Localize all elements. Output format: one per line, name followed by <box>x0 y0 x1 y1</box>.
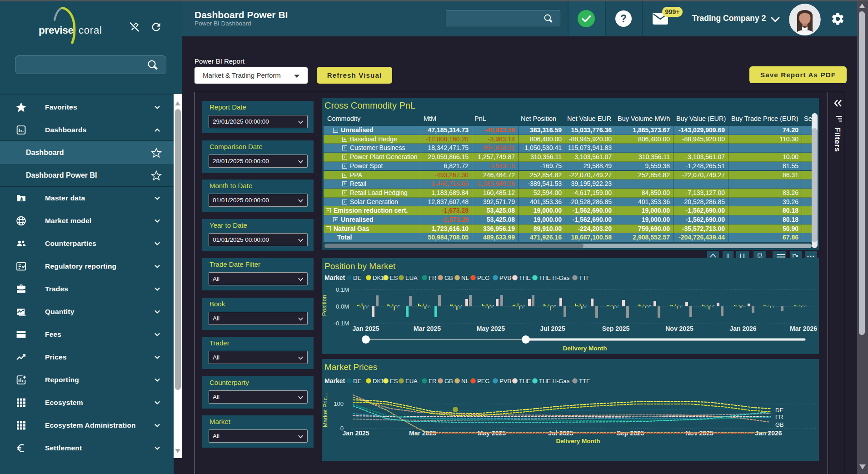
svg-text:GB: GB <box>444 274 453 281</box>
svg-text:Mar 2025: Mar 2025 <box>414 325 441 332</box>
svg-text:Market: Market <box>324 377 345 384</box>
svg-text:PEG: PEG <box>477 274 489 281</box>
svg-text:DK1: DK1 <box>373 378 384 384</box>
svg-text:NL: NL <box>461 378 469 384</box>
svg-text:DE: DE <box>353 378 361 384</box>
svg-text:TTF: TTF <box>579 274 590 281</box>
svg-text:Mar 2026: Mar 2026 <box>790 325 817 332</box>
svg-text:Delivery Month: Delivery Month <box>556 438 600 444</box>
svg-text:DE: DE <box>353 274 361 281</box>
svg-text:EUA: EUA <box>405 378 418 384</box>
svg-text:0.0M: 0.0M <box>336 303 349 310</box>
svg-text:TTF: TTF <box>579 378 590 384</box>
svg-text:PVB: PVB <box>499 274 511 281</box>
svg-text:Market Pric...: Market Pric... <box>322 393 329 428</box>
svg-text:Sep 2025: Sep 2025 <box>602 325 630 332</box>
svg-text:PEG: PEG <box>477 378 489 384</box>
svg-text:GB: GB <box>444 378 453 384</box>
svg-text:Jan 2025: Jan 2025 <box>342 429 369 437</box>
svg-text:EUA: EUA <box>405 274 418 281</box>
svg-text:THE: THE <box>519 378 531 384</box>
svg-text:-0.1M: -0.1M <box>334 320 349 327</box>
svg-text:Market: Market <box>324 274 345 281</box>
svg-text:Jan 2025: Jan 2025 <box>352 325 379 332</box>
svg-text:Jan 2026: Jan 2026 <box>755 429 782 437</box>
svg-text:May 2025: May 2025 <box>477 325 505 332</box>
svg-text:ES: ES <box>390 378 398 384</box>
svg-text:ES: ES <box>390 274 398 281</box>
svg-text:NL: NL <box>461 274 469 281</box>
svg-text:Delivery Month: Delivery Month <box>563 345 607 352</box>
svg-text:100: 100 <box>334 400 344 407</box>
svg-text:FR: FR <box>775 414 783 420</box>
svg-text:DK1: DK1 <box>373 274 384 281</box>
svg-text:GB: GB <box>775 421 784 428</box>
svg-text:Position by Market: Position by Market <box>324 261 396 271</box>
svg-text:THE H-Gas: THE H-Gas <box>539 378 570 384</box>
svg-text:Market Prices: Market Prices <box>324 362 377 372</box>
svg-text:Jan 2026: Jan 2026 <box>729 325 756 332</box>
svg-text:THE H-Gas: THE H-Gas <box>539 274 570 281</box>
svg-text:0.1M: 0.1M <box>336 286 349 293</box>
svg-text:Nov 2025: Nov 2025 <box>665 325 693 332</box>
svg-text:FR: FR <box>429 378 436 384</box>
svg-text:FR: FR <box>429 274 436 281</box>
svg-text:DE: DE <box>775 407 783 414</box>
svg-text:Position: Position <box>321 295 328 316</box>
svg-text:Jul 2025: Jul 2025 <box>540 325 565 332</box>
svg-text:PVB: PVB <box>499 378 511 384</box>
svg-text:THE: THE <box>519 274 531 281</box>
